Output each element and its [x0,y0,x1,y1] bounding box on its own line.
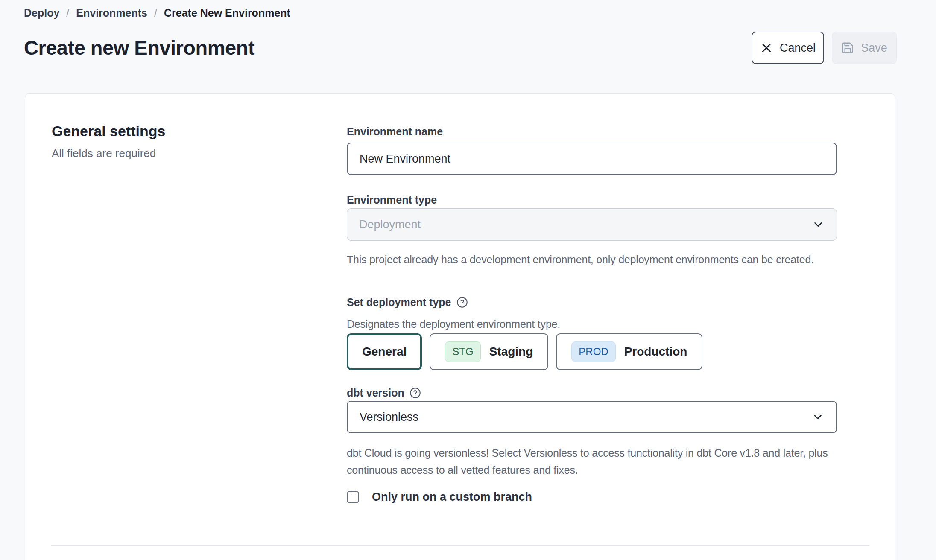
environment-name-input[interactable]: New Environment [347,143,837,175]
save-icon [841,41,854,54]
breadcrumb-current: Create New Environment [164,7,290,19]
option-staging-label: Staging [489,345,533,359]
general-settings-card: General settings All fields are required… [25,93,895,560]
save-button[interactable]: Save [832,32,897,64]
breadcrumb-environments[interactable]: Environments [76,7,147,19]
breadcrumb: Deploy / Environments / Create New Envir… [24,7,290,19]
header-actions: Cancel Save [752,32,897,64]
deployment-type-label-text: Set deployment type [347,296,451,309]
custom-branch-checkbox[interactable] [347,491,359,503]
option-general-label: General [362,345,407,359]
production-badge: PROD [571,341,615,362]
deployment-type-option-general[interactable]: General [347,333,422,370]
environment-form: Environment name New Environment Environ… [347,125,837,544]
section-subtitle: All fields are required [52,147,156,160]
environment-name-value: New Environment [360,152,450,166]
custom-branch-row: Only run on a custom branch [347,490,837,504]
cancel-button[interactable]: Cancel [752,32,824,64]
option-production-label: Production [624,345,687,359]
environment-type-select[interactable]: Deployment [347,208,837,241]
chevron-down-icon [811,411,824,423]
chevron-down-icon [812,218,825,231]
cancel-button-label: Cancel [780,41,816,55]
deployment-type-option-staging[interactable]: STG Staging [430,333,548,370]
section-title: General settings [52,123,165,140]
dbt-version-help: dbt Cloud is going versionless! Select V… [347,444,834,478]
deployment-type-label: Set deployment type [347,296,837,309]
help-circle-icon[interactable] [456,297,468,308]
dbt-version-value: Versionless [360,411,418,424]
environment-type-label: Environment type [347,194,837,206]
deployment-type-options: General STG Staging PROD Production [347,333,837,370]
dbt-version-label-text: dbt version [347,387,404,399]
environment-type-help: This project already has a development e… [347,251,834,268]
staging-badge: STG [445,341,480,362]
save-button-label: Save [861,41,887,55]
page-title: Create new Environment [24,36,254,59]
environment-type-value: Deployment [359,218,421,231]
close-icon [760,41,773,54]
breadcrumb-separator: / [66,7,69,19]
dbt-version-label: dbt version [347,387,837,399]
environment-name-label: Environment name [347,125,837,138]
dbt-version-select[interactable]: Versionless [347,401,837,433]
breadcrumb-deploy[interactable]: Deploy [24,7,59,19]
create-environment-page: Deploy / Environments / Create New Envir… [0,0,936,560]
breadcrumb-separator: / [154,7,157,19]
deployment-type-description: Designates the deployment environment ty… [347,315,834,332]
help-circle-icon[interactable] [410,387,421,399]
custom-branch-label[interactable]: Only run on a custom branch [372,490,532,504]
section-divider [51,545,869,546]
deployment-type-option-production[interactable]: PROD Production [556,333,702,370]
